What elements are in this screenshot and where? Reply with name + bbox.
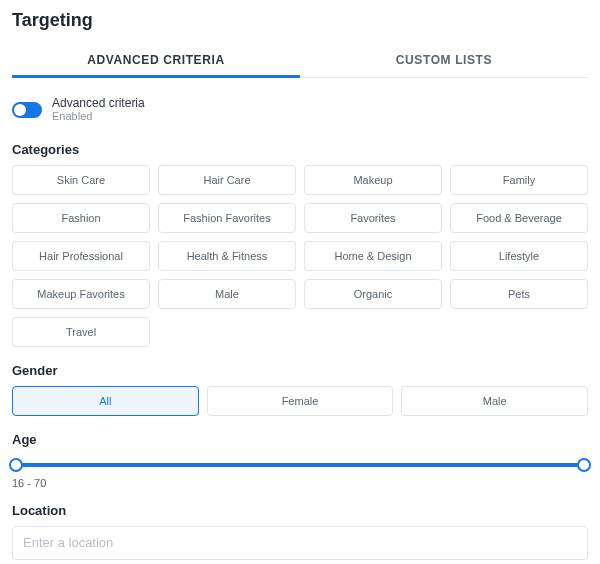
tab-advanced-criteria[interactable]: ADVANCED CRITERIA (12, 41, 300, 77)
gender-chip-male[interactable]: Male (401, 386, 588, 416)
gender-heading: Gender (12, 363, 588, 378)
age-slider-thumb-max[interactable] (577, 458, 591, 472)
category-chip[interactable]: Hair Care (158, 165, 296, 195)
category-chip[interactable]: Pets (450, 279, 588, 309)
category-chip[interactable]: Skin Care (12, 165, 150, 195)
category-chip[interactable]: Favorites (304, 203, 442, 233)
category-chip[interactable]: Hair Professional (12, 241, 150, 271)
tabs: ADVANCED CRITERIA CUSTOM LISTS (12, 41, 588, 78)
categories-heading: Categories (12, 142, 588, 157)
category-chip[interactable]: Makeup (304, 165, 442, 195)
age-slider-track (16, 463, 584, 467)
age-slider[interactable] (12, 457, 588, 473)
age-range-label: 16 - 70 (12, 477, 588, 489)
category-chip[interactable]: Home & Design (304, 241, 442, 271)
category-chip[interactable]: Family (450, 165, 588, 195)
category-chip[interactable]: Makeup Favorites (12, 279, 150, 309)
toggle-state: Enabled (52, 110, 145, 123)
age-heading: Age (12, 432, 588, 447)
category-chip[interactable]: Food & Beverage (450, 203, 588, 233)
advanced-criteria-label: Advanced criteria Enabled (52, 96, 145, 124)
categories-grid: Skin CareHair CareMakeupFamilyFashionFas… (12, 165, 588, 347)
toggle-knob-icon (14, 104, 26, 116)
page-title: Targeting (12, 10, 588, 31)
toggle-title: Advanced criteria (52, 96, 145, 110)
gender-grid: AllFemaleMale (12, 386, 588, 416)
location-heading: Location (12, 503, 588, 518)
category-chip[interactable]: Male (158, 279, 296, 309)
age-slider-thumb-min[interactable] (9, 458, 23, 472)
category-chip[interactable]: Health & Fitness (158, 241, 296, 271)
category-chip[interactable]: Fashion (12, 203, 150, 233)
location-input[interactable] (12, 526, 588, 560)
advanced-criteria-toggle[interactable] (12, 102, 42, 118)
category-chip[interactable]: Organic (304, 279, 442, 309)
category-chip[interactable]: Lifestyle (450, 241, 588, 271)
gender-chip-all[interactable]: All (12, 386, 199, 416)
gender-chip-female[interactable]: Female (207, 386, 394, 416)
category-chip[interactable]: Fashion Favorites (158, 203, 296, 233)
tab-custom-lists[interactable]: CUSTOM LISTS (300, 41, 588, 77)
category-chip[interactable]: Travel (12, 317, 150, 347)
